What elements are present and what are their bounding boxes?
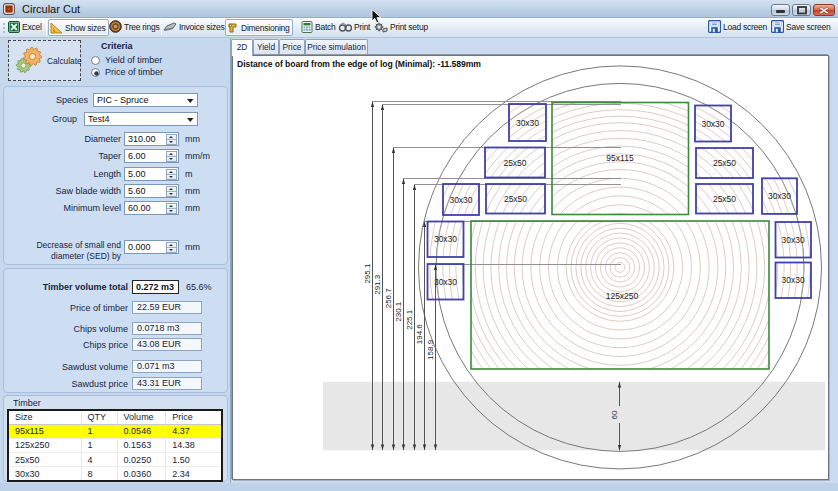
svg-text:125x250: 125x250 — [606, 291, 639, 301]
svg-text:25x50: 25x50 — [503, 158, 526, 168]
svg-text:30x30: 30x30 — [768, 191, 791, 201]
svg-text:230.1: 230.1 — [394, 301, 403, 322]
svg-text:25x50: 25x50 — [504, 194, 527, 204]
svg-text:30x30: 30x30 — [516, 118, 539, 128]
svg-text:95x115: 95x115 — [606, 153, 634, 163]
svg-text:30x30: 30x30 — [434, 277, 457, 287]
svg-text:158.9: 158.9 — [426, 339, 435, 360]
svg-text:25x50: 25x50 — [713, 158, 736, 168]
svg-text:194.6: 194.6 — [415, 324, 424, 345]
svg-text:295.1: 295.1 — [363, 263, 372, 284]
svg-text:30x30: 30x30 — [449, 195, 472, 205]
svg-text:256.7: 256.7 — [384, 288, 393, 309]
svg-text:30x30: 30x30 — [782, 235, 805, 245]
svg-text:30x30: 30x30 — [782, 275, 805, 285]
svg-text:30x30: 30x30 — [434, 234, 457, 244]
svg-text:225.1: 225.1 — [405, 309, 414, 330]
svg-text:60: 60 — [610, 410, 619, 419]
svg-text:25x50: 25x50 — [713, 194, 736, 204]
svg-text:291.3: 291.3 — [373, 274, 382, 295]
svg-text:30x30: 30x30 — [701, 119, 724, 129]
